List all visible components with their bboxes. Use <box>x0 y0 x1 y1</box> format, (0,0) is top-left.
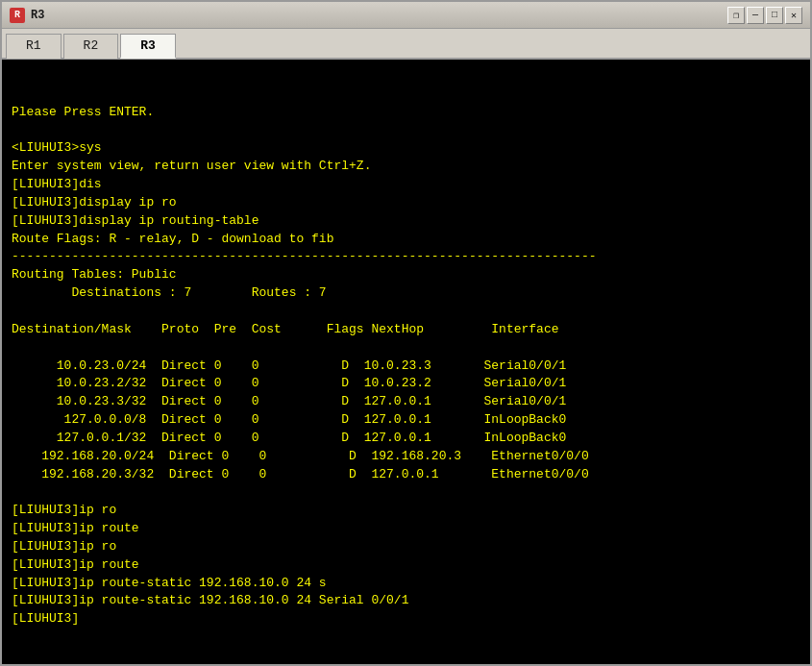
terminal-output: Please Press ENTER. <LIUHUI3>sys Enter s… <box>12 67 802 647</box>
line-1: Please Press ENTER. <LIUHUI3>sys Enter s… <box>12 105 597 627</box>
window-title: R3 <box>31 9 44 22</box>
tab-r2[interactable]: R2 <box>63 34 119 59</box>
title-bar-left: R R3 <box>10 8 44 23</box>
minimize-button[interactable]: — <box>747 7 764 24</box>
window-controls: ❐ — □ ✕ <box>727 7 802 24</box>
restore-button[interactable]: ❐ <box>727 7 745 24</box>
tab-r1[interactable]: R1 <box>6 34 62 59</box>
title-bar: R R3 ❐ — □ ✕ <box>2 2 810 29</box>
main-window: R R3 ❐ — □ ✕ R1 R2 R3 Please Press ENTER… <box>0 0 812 666</box>
tab-bar: R1 R2 R3 <box>2 29 810 60</box>
terminal-scroll-area[interactable]: Please Press ENTER. <LIUHUI3>sys Enter s… <box>2 60 810 664</box>
close-button[interactable]: ✕ <box>785 7 802 24</box>
tab-r3[interactable]: R3 <box>120 34 176 59</box>
maximize-button[interactable]: □ <box>766 7 783 24</box>
terminal-area: Please Press ENTER. <LIUHUI3>sys Enter s… <box>2 60 810 664</box>
window-icon: R <box>10 8 25 23</box>
